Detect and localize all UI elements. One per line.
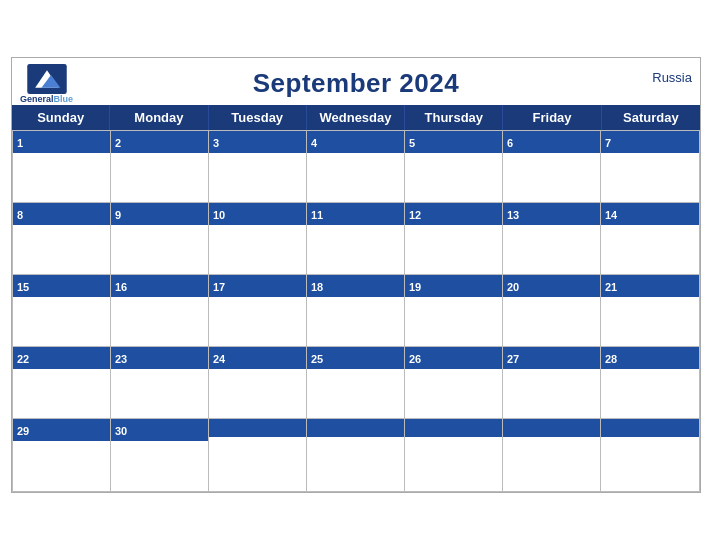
- header-tuesday: Tuesday: [209, 105, 307, 130]
- header-saturday: Saturday: [602, 105, 700, 130]
- calendar-grid: 1 2 3 4 5 6 7 8 9 10 11 12 13 14 15 16 1…: [12, 130, 700, 492]
- day-cell-24: 24: [209, 347, 307, 419]
- day-cell-21: 21: [601, 275, 699, 347]
- calendar-container: GeneralBlue September 2024 Russia Sunday…: [11, 57, 701, 493]
- day-cell-14: 14: [601, 203, 699, 275]
- day-cell-16: 16: [111, 275, 209, 347]
- week-row-1: 1 2 3 4 5 6 7: [13, 131, 699, 203]
- brand-svg-icon: [27, 64, 67, 94]
- day-cell-23: 23: [111, 347, 209, 419]
- calendar-header: GeneralBlue September 2024 Russia: [12, 58, 700, 105]
- calendar-title: September 2024: [253, 68, 459, 99]
- day-cell-4: 4: [307, 131, 405, 203]
- week-row-2: 8 9 10 11 12 13 14: [13, 203, 699, 275]
- header-wednesday: Wednesday: [307, 105, 405, 130]
- day-cell-15: 15: [13, 275, 111, 347]
- day-cell-9: 9: [111, 203, 209, 275]
- day-cell-28: 28: [601, 347, 699, 419]
- day-cell-empty-4: [503, 419, 601, 491]
- week-row-3: 15 16 17 18 19 20 21: [13, 275, 699, 347]
- day-cell-25: 25: [307, 347, 405, 419]
- day-cell-2: 2: [111, 131, 209, 203]
- day-cell-12: 12: [405, 203, 503, 275]
- day-cell-empty-1: [209, 419, 307, 491]
- day-cell-6: 6: [503, 131, 601, 203]
- header-friday: Friday: [503, 105, 601, 130]
- day-headers-row: Sunday Monday Tuesday Wednesday Thursday…: [12, 105, 700, 130]
- day-cell-7: 7: [601, 131, 699, 203]
- day-cell-22: 22: [13, 347, 111, 419]
- week-row-4: 22 23 24 25 26 27 28: [13, 347, 699, 419]
- day-cell-11: 11: [307, 203, 405, 275]
- day-cell-10: 10: [209, 203, 307, 275]
- day-cell-3: 3: [209, 131, 307, 203]
- header-monday: Monday: [110, 105, 208, 130]
- day-cell-13: 13: [503, 203, 601, 275]
- day-cell-1: 1: [13, 131, 111, 203]
- day-cell-5: 5: [405, 131, 503, 203]
- day-cell-26: 26: [405, 347, 503, 419]
- day-cell-17: 17: [209, 275, 307, 347]
- header-sunday: Sunday: [12, 105, 110, 130]
- week-row-5: 29 30: [13, 419, 699, 491]
- country-label: Russia: [652, 70, 692, 85]
- day-cell-8: 8: [13, 203, 111, 275]
- day-cell-empty-5: [601, 419, 699, 491]
- brand-logo-area: GeneralBlue: [20, 64, 73, 104]
- day-cell-30: 30: [111, 419, 209, 491]
- day-cell-29: 29: [13, 419, 111, 491]
- day-cell-19: 19: [405, 275, 503, 347]
- header-thursday: Thursday: [405, 105, 503, 130]
- brand-general-text: General: [20, 94, 54, 104]
- day-cell-20: 20: [503, 275, 601, 347]
- day-cell-18: 18: [307, 275, 405, 347]
- day-cell-27: 27: [503, 347, 601, 419]
- day-cell-empty-3: [405, 419, 503, 491]
- brand-blue-text: Blue: [54, 94, 74, 104]
- day-cell-empty-2: [307, 419, 405, 491]
